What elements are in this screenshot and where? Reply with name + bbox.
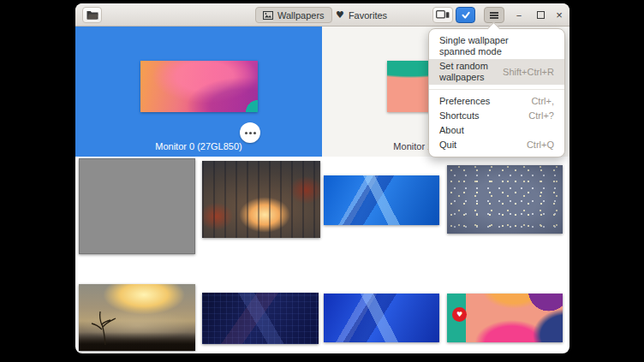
menu-item-shortcuts[interactable]: Shortcuts Ctrl+? xyxy=(429,109,564,123)
wallpaper-thumb-royal-blue-geometric[interactable] xyxy=(324,294,439,342)
menu-item-label: Shortcuts xyxy=(439,110,479,122)
ellipsis-icon xyxy=(249,132,252,134)
close-button[interactable]: × xyxy=(552,7,567,23)
app-window: Wallpapers ♥ Favorites − × xyxy=(75,3,569,353)
wallpaper-thumb-snowy-forest-aerial[interactable] xyxy=(447,165,563,234)
tree-silhouette xyxy=(87,306,123,346)
minimize-icon: − xyxy=(516,10,522,21)
tab-favorites[interactable]: ♥ Favorites xyxy=(329,7,394,23)
monitor-0-panel[interactable]: Monitor 0 (27GL850) xyxy=(75,27,322,157)
display-mode-button[interactable] xyxy=(432,7,453,23)
menu-item-single-wallpaper-spanned-mode[interactable]: Single wallpaper spanned mode xyxy=(429,33,564,59)
monitor-0-label: Monitor 0 (27GL850) xyxy=(75,141,322,151)
menu-item-label: Set random wallpapers xyxy=(439,61,492,83)
menu-item-accel: Shift+Ctrl+R xyxy=(503,67,554,78)
menu-item-quit[interactable]: Quit Ctrl+Q xyxy=(429,138,564,152)
wallpaper-thumb-dark-navy-geometric[interactable] xyxy=(202,293,319,344)
wallpaper-thumb-colorful-abstract[interactable]: ♥ xyxy=(447,294,563,342)
menu-item-accel: Ctrl+, xyxy=(531,96,554,107)
menu-item-label: Single wallpaper spanned mode xyxy=(439,35,544,57)
menu-item-label: Preferences xyxy=(439,96,490,107)
monitor-0-options-button[interactable] xyxy=(240,122,260,143)
menu-item-preferences[interactable]: Preferences Ctrl+, xyxy=(429,94,564,109)
primary-menu-popover: Single wallpaper spanned mode Set random… xyxy=(428,28,565,157)
menu-item-set-random-wallpapers[interactable]: Set random wallpapers Shift+Ctrl+R xyxy=(429,59,564,85)
minimize-button[interactable]: − xyxy=(511,7,527,23)
maximize-icon xyxy=(537,11,545,19)
tab-wallpapers-label: Wallpapers xyxy=(277,10,325,21)
wallpaper-thumb-blue-geometric[interactable] xyxy=(324,175,439,225)
menu-item-label: Quit xyxy=(439,139,456,151)
monitor-0-wallpaper-preview xyxy=(140,61,258,112)
heart-icon: ♥ xyxy=(456,312,462,318)
favorite-badge: ♥ xyxy=(452,307,467,322)
check-icon xyxy=(461,10,471,20)
menu-separator xyxy=(429,89,564,90)
menu-item-label: About xyxy=(439,125,464,136)
apply-wallpapers-button[interactable] xyxy=(456,7,475,23)
dual-monitor-icon xyxy=(436,10,450,20)
tab-wallpapers[interactable]: Wallpapers xyxy=(255,7,332,23)
primary-menu-button[interactable] xyxy=(484,7,504,23)
tab-favorites-label: Favorites xyxy=(349,10,387,21)
menu-item-accel: Ctrl+? xyxy=(528,110,554,122)
open-folder-button[interactable] xyxy=(82,7,102,23)
heart-icon: ♥ xyxy=(336,10,344,20)
wallpaper-thumb-sunset-lone-tree[interactable] xyxy=(79,284,195,351)
wallpaper-thumb-autumn-forest-path[interactable] xyxy=(202,161,320,238)
wallpaper-thumb-gray-placeholder[interactable] xyxy=(79,158,195,254)
maximize-button[interactable] xyxy=(533,7,548,23)
folder-open-icon xyxy=(86,10,98,20)
menu-item-about[interactable]: About xyxy=(429,123,564,138)
hamburger-icon xyxy=(490,15,498,16)
close-icon: × xyxy=(556,9,563,21)
image-icon xyxy=(263,11,273,20)
menu-item-accel: Ctrl+Q xyxy=(527,139,554,151)
